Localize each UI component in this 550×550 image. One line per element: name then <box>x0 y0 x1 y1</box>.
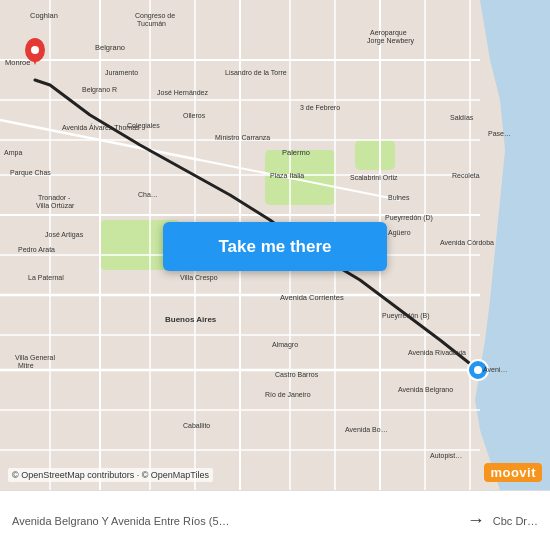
svg-text:Cha…: Cha… <box>138 191 158 198</box>
svg-text:Coghlan: Coghlan <box>30 11 58 20</box>
svg-text:Avenida Córdoba: Avenida Córdoba <box>440 239 494 246</box>
svg-text:Pedro Arata: Pedro Arata <box>18 246 55 253</box>
svg-rect-3 <box>355 140 395 170</box>
svg-text:Monroe: Monroe <box>5 58 30 67</box>
moovit-logo: moovit <box>484 463 542 482</box>
svg-text:Avenida Bo…: Avenida Bo… <box>345 426 388 433</box>
svg-text:Pueyrredón (B): Pueyrredón (B) <box>382 312 429 320</box>
take-me-there-button[interactable]: Take me there <box>163 222 387 271</box>
svg-text:Villa General: Villa General <box>15 354 55 361</box>
svg-text:Pase…: Pase… <box>488 130 511 137</box>
svg-text:Pueyrredón (D): Pueyrredón (D) <box>385 214 433 222</box>
svg-text:Ministro Carranza: Ministro Carranza <box>215 134 270 141</box>
map-attribution: © OpenStreetMap contributors · © OpenMap… <box>8 468 213 482</box>
svg-text:José Artigas: José Artigas <box>45 231 84 239</box>
svg-text:Villa Ortúzar: Villa Ortúzar <box>36 202 75 209</box>
svg-text:José Hernández: José Hernández <box>157 89 208 96</box>
map-container: Coghlan Congreso de Tucumán Belgrano Jur… <box>0 0 550 490</box>
arrow-divider: → <box>467 510 485 531</box>
svg-text:Congreso de: Congreso de <box>135 12 175 20</box>
destination-info: Cbc Dr… <box>493 515 538 527</box>
svg-text:Aveni…: Aveni… <box>483 366 507 373</box>
svg-text:Río de Janeiro: Río de Janeiro <box>265 391 311 398</box>
svg-text:Avenida Belgrano: Avenida Belgrano <box>398 386 453 394</box>
svg-point-28 <box>474 366 482 374</box>
svg-text:Caballito: Caballito <box>183 422 210 429</box>
destination-label: Cbc Dr… <box>493 515 538 527</box>
svg-text:Jorge Newbery: Jorge Newbery <box>367 37 415 45</box>
svg-text:Buenos Aires: Buenos Aires <box>165 315 217 324</box>
svg-text:Agüero: Agüero <box>388 229 411 237</box>
svg-text:Palermo: Palermo <box>282 148 310 157</box>
svg-text:Tucumán: Tucumán <box>137 20 166 27</box>
svg-text:Avenida Corrientes: Avenida Corrientes <box>280 293 344 302</box>
svg-text:Scalabrini Ortiz: Scalabrini Ortiz <box>350 174 398 181</box>
svg-text:Olleros: Olleros <box>183 112 206 119</box>
svg-text:Juramento: Juramento <box>105 69 138 76</box>
svg-text:Bulnes: Bulnes <box>388 194 410 201</box>
svg-text:Ampa: Ampa <box>4 149 22 157</box>
svg-text:Mitre: Mitre <box>18 362 34 369</box>
svg-text:Belgrano: Belgrano <box>95 43 125 52</box>
svg-text:Avenida Rivadavia: Avenida Rivadavia <box>408 349 466 356</box>
origin-info: Avenida Belgrano Y Avenida Entre Ríos (5… <box>12 515 459 527</box>
svg-text:Autopist…: Autopist… <box>430 452 462 460</box>
svg-text:Almagro: Almagro <box>272 341 298 349</box>
svg-text:Aeroparque: Aeroparque <box>370 29 407 37</box>
svg-text:Tronador -: Tronador - <box>38 194 71 201</box>
svg-text:Lisandro de la Torre: Lisandro de la Torre <box>225 69 287 76</box>
bottom-bar: Avenida Belgrano Y Avenida Entre Ríos (5… <box>0 490 550 550</box>
svg-text:La Paternal: La Paternal <box>28 274 64 281</box>
svg-text:3 de Febrero: 3 de Febrero <box>300 104 340 111</box>
svg-text:Castro Barros: Castro Barros <box>275 371 319 378</box>
svg-point-31 <box>31 46 39 54</box>
svg-text:Recoleta: Recoleta <box>452 172 480 179</box>
svg-text:Parque Chas: Parque Chas <box>10 169 51 177</box>
origin-label: Avenida Belgrano Y Avenida Entre Ríos (5… <box>12 515 459 527</box>
svg-text:Belgrano R: Belgrano R <box>82 86 117 94</box>
svg-text:Avenida Álvarez Thomas: Avenida Álvarez Thomas <box>62 123 140 131</box>
svg-text:Plaza Italia: Plaza Italia <box>270 172 304 179</box>
app: Coghlan Congreso de Tucumán Belgrano Jur… <box>0 0 550 550</box>
svg-text:Villa Crespo: Villa Crespo <box>180 274 218 282</box>
svg-text:Saldías: Saldías <box>450 114 474 121</box>
